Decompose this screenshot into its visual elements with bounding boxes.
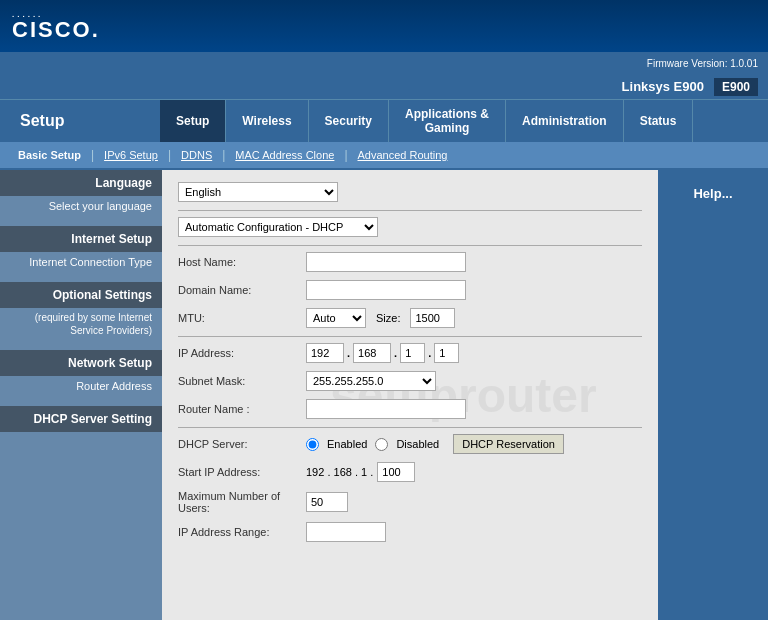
help-panel: Help...	[658, 170, 768, 620]
ip-octet-2[interactable]	[353, 343, 391, 363]
ip-octet-1[interactable]	[306, 343, 344, 363]
domain-name-row: Domain Name:	[178, 280, 642, 300]
router-name-label: Router Name :	[178, 403, 298, 415]
content-wrapper: Language Select your language Internet S…	[0, 170, 768, 620]
subnet-mask-label: Subnet Mask:	[178, 375, 298, 387]
host-name-label: Host Name:	[178, 256, 298, 268]
dhcp-enabled-label: Enabled	[327, 438, 367, 450]
connection-type-select[interactable]: Automatic Configuration - DHCP Static IP…	[178, 217, 378, 237]
dhcp-reservation-button[interactable]: DHCP Reservation	[453, 434, 564, 454]
network-section: IP Address: . . . Subnet Mask: 255.255.2…	[178, 343, 642, 419]
sidebar-section-network-setup: Network Setup	[0, 350, 162, 376]
router-name-input[interactable]	[306, 399, 466, 419]
ip-range-input[interactable]	[306, 522, 386, 542]
ip-range-label: IP Address Range:	[178, 526, 298, 538]
mtu-size-label: Size:	[376, 312, 400, 324]
language-select[interactable]: English Español Français Deutsch	[178, 182, 338, 202]
ip-address-label: IP Address:	[178, 347, 298, 359]
divider-2	[178, 245, 642, 246]
host-name-row: Host Name:	[178, 252, 642, 272]
start-ip-row: Start IP Address: 192 . 168 . 1 .	[178, 462, 642, 482]
device-model: E900	[714, 78, 758, 96]
divider-1	[178, 210, 642, 211]
start-ip-inputs: 192 . 168 . 1 .	[306, 462, 415, 482]
subnav-mac-address-clone[interactable]: MAC Address Clone	[227, 149, 342, 161]
subnav-ddns[interactable]: DDNS	[173, 149, 220, 161]
sub-nav: Basic Setup | IPv6 Setup | DDNS | MAC Ad…	[0, 142, 768, 170]
help-link[interactable]: Help...	[693, 186, 732, 620]
host-name-input[interactable]	[306, 252, 466, 272]
sidebar-section-optional-settings: Optional Settings	[0, 282, 162, 308]
mtu-size-input[interactable]	[410, 308, 455, 328]
language-row: English Español Français Deutsch	[178, 182, 642, 202]
divider-3	[178, 336, 642, 337]
optional-section: Host Name: Domain Name: MTU: Auto Manual…	[178, 252, 642, 328]
sidebar-section-dhcp: DHCP Server Setting	[0, 406, 162, 432]
start-ip-last-octet[interactable]	[377, 462, 415, 482]
dhcp-section: DHCP Server: Enabled Disabled DHCP Reser…	[178, 434, 642, 542]
tab-wireless[interactable]: Wireless	[226, 100, 308, 142]
dhcp-disabled-label: Disabled	[396, 438, 439, 450]
divider-4	[178, 427, 642, 428]
nav-tabs: Setup Wireless Security Applications &Ga…	[160, 100, 768, 142]
max-users-row: Maximum Number ofUsers:	[178, 490, 642, 514]
start-ip-label: Start IP Address:	[178, 466, 298, 478]
sidebar-section-language: Language	[0, 170, 162, 196]
sidebar-section-internet-setup: Internet Setup	[0, 226, 162, 252]
device-name: Linksys E900	[622, 79, 704, 94]
ip-address-inputs: . . .	[306, 343, 459, 363]
device-bar: Linksys E900 E900	[0, 74, 768, 100]
sidebar-item-optional-desc: (required by some InternetService Provid…	[0, 308, 162, 340]
mtu-label: MTU:	[178, 312, 298, 324]
mtu-controls: Auto Manual Size:	[306, 308, 455, 328]
mtu-type-select[interactable]: Auto Manual	[306, 308, 366, 328]
cisco-logo: ...... CISCO.	[12, 10, 100, 43]
sidebar-item-router-address[interactable]: Router Address	[0, 376, 162, 396]
router-name-row: Router Name :	[178, 399, 642, 419]
ip-octet-3[interactable]	[400, 343, 425, 363]
internet-section: Automatic Configuration - DHCP Static IP…	[178, 217, 642, 237]
tab-administration[interactable]: Administration	[506, 100, 624, 142]
firmware-bar: Firmware Version: 1.0.01	[0, 52, 768, 74]
sidebar-item-internet-connection-type[interactable]: Internet Connection Type	[0, 252, 162, 272]
mtu-row: MTU: Auto Manual Size:	[178, 308, 642, 328]
domain-name-label: Domain Name:	[178, 284, 298, 296]
start-ip-static: 192 . 168 . 1 .	[306, 466, 373, 478]
dhcp-radio-group: Enabled Disabled DHCP Reservation	[306, 434, 564, 454]
tab-status[interactable]: Status	[624, 100, 694, 142]
max-users-label: Maximum Number ofUsers:	[178, 490, 298, 514]
tab-applications-gaming[interactable]: Applications &Gaming	[389, 100, 506, 142]
sidebar: Language Select your language Internet S…	[0, 170, 162, 620]
ip-range-row: IP Address Range:	[178, 522, 642, 542]
main-nav: Setup Setup Wireless Security Applicatio…	[0, 100, 768, 142]
domain-name-input[interactable]	[306, 280, 466, 300]
dhcp-server-label: DHCP Server:	[178, 438, 298, 450]
dhcp-disabled-radio[interactable]	[375, 438, 388, 451]
subnav-basic-setup[interactable]: Basic Setup	[10, 149, 89, 161]
subnav-advanced-routing[interactable]: Advanced Routing	[350, 149, 456, 161]
cisco-text: CISCO.	[12, 17, 100, 42]
language-section: English Español Français Deutsch	[178, 182, 642, 202]
dhcp-enabled-radio[interactable]	[306, 438, 319, 451]
cisco-header: ...... CISCO.	[0, 0, 768, 52]
dhcp-server-row: DHCP Server: Enabled Disabled DHCP Reser…	[178, 434, 642, 454]
main-content: setuprouter English Español Français Deu…	[162, 170, 658, 620]
ip-address-row: IP Address: . . .	[178, 343, 642, 363]
firmware-version: Firmware Version: 1.0.01	[647, 58, 758, 69]
tab-security[interactable]: Security	[309, 100, 389, 142]
connection-type-row: Automatic Configuration - DHCP Static IP…	[178, 217, 642, 237]
subnav-ipv6-setup[interactable]: IPv6 Setup	[96, 149, 166, 161]
setup-label: Setup	[0, 100, 160, 142]
tab-setup[interactable]: Setup	[160, 100, 226, 142]
max-users-input[interactable]	[306, 492, 348, 512]
ip-octet-4[interactable]	[434, 343, 459, 363]
subnet-mask-select[interactable]: 255.255.255.0 255.255.0.0 255.0.0.0	[306, 371, 436, 391]
sidebar-item-select-language[interactable]: Select your language	[0, 196, 162, 216]
subnet-mask-row: Subnet Mask: 255.255.255.0 255.255.0.0 2…	[178, 371, 642, 391]
